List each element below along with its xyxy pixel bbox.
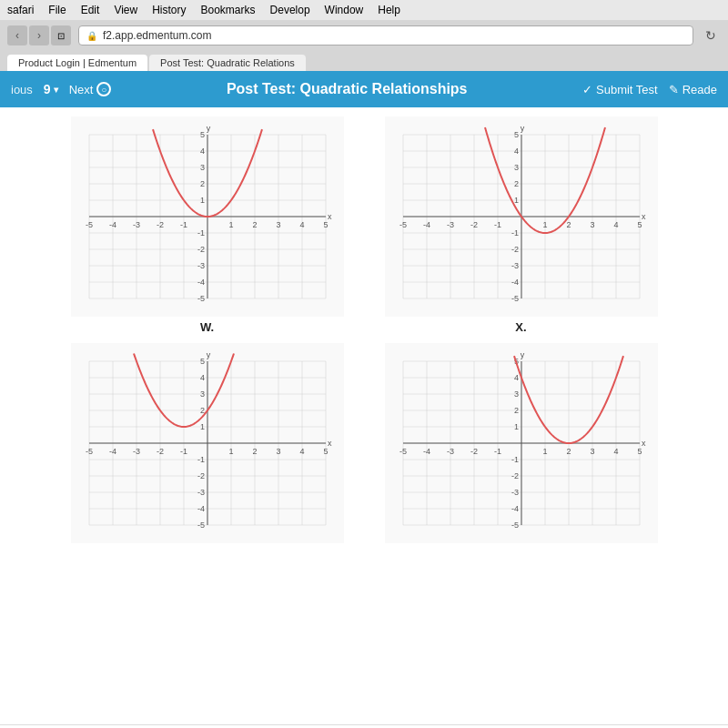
reader-icon: ✎ [669,83,679,96]
graph-w-label: W. [200,320,214,334]
menu-window[interactable]: Window [325,4,364,16]
menu-safari[interactable]: safari [7,4,34,16]
next-circle-icon: ○ [96,82,111,96]
graph-z [385,343,658,543]
forward-button[interactable]: › [29,25,49,46]
graph-y-wrapper [55,343,359,561]
back-button[interactable]: ‹ [7,25,27,46]
menu-help[interactable]: Help [378,4,400,16]
graph-z-wrapper [369,343,673,561]
browser-chrome: ‹ › ⊡ 🔒 f2.app.edmentum.com ↻ Product Lo… [0,20,728,71]
page-title: Post Test: Quadratic Relationships [122,81,571,97]
address-bar[interactable]: 🔒 f2.app.edmentum.com [78,25,693,46]
reader-button[interactable]: ✎ Reade [669,83,717,96]
chevron-down-icon: ▾ [54,85,58,95]
graph-w-wrapper: W. [55,116,359,334]
tab-edmentum[interactable]: Product Login | Edmentum [7,55,147,71]
tab-icon: ⊡ [51,25,71,46]
question-number[interactable]: 9 ▾ [44,82,58,96]
graph-x-wrapper: X. [369,116,673,334]
page-navbar: ious 9 ▾ Next ○ Post Test: Quadratic Rel… [0,71,728,107]
menu-file[interactable]: File [48,4,66,16]
menu-bookmarks[interactable]: Bookmarks [201,4,256,16]
mac-menubar: safari File Edit View History Bookmarks … [0,0,728,20]
nav-buttons: ‹ › ⊡ [7,25,71,46]
graph-x [385,116,658,317]
graph-w [71,116,344,317]
reload-button[interactable]: ↻ [701,25,721,46]
address-text: f2.app.edmentum.com [103,29,211,42]
menu-history[interactable]: History [152,4,186,16]
lock-icon: 🔒 [86,31,97,41]
graph-x-label: X. [515,320,526,334]
content-area: W. X. [0,107,728,724]
next-button[interactable]: Next ○ [69,82,112,96]
tab-posttest[interactable]: Post Test: Quadratic Relations [149,55,306,71]
graphs-container: W. X. [55,116,673,561]
menu-edit[interactable]: Edit [81,4,100,16]
footer: © 2021 Edmentum. All rights reserved. [0,724,728,728]
browser-tabs: Product Login | Edmentum Post Test: Quad… [7,49,721,71]
previous-button[interactable]: ious [11,83,33,96]
check-icon: ✓ [582,83,592,96]
graph-y [71,343,344,543]
menu-develop[interactable]: Develop [270,4,310,16]
submit-test-button[interactable]: ✓ Submit Test [582,83,658,96]
menu-view[interactable]: View [114,4,137,16]
